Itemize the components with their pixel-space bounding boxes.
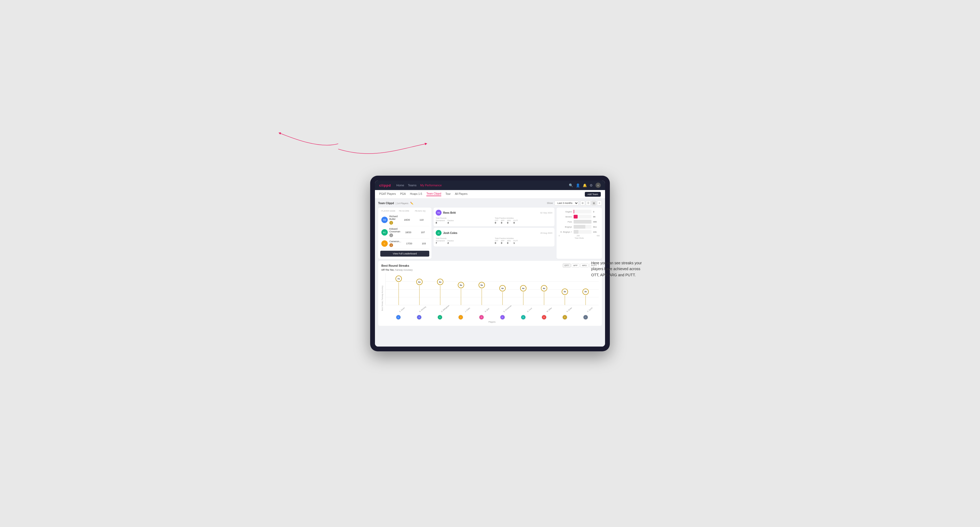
search-icon[interactable]: 🔍 <box>569 183 573 187</box>
bar-row-pars: Pars 499 <box>559 220 600 224</box>
app-stat: APP 0 <box>501 220 504 224</box>
streak-app-button[interactable]: APP <box>571 264 579 268</box>
bar-row-bogeys: Bogeys 311 <box>559 225 600 229</box>
streak-bubble: 6x <box>416 279 423 285</box>
streak-bubble: 5x <box>458 282 464 288</box>
tournament-stat: Tournament 7 <box>436 240 445 244</box>
pb-avg: 103 <box>417 242 431 245</box>
streak-bar-group: 6x <box>416 279 423 305</box>
streak-avatar: D <box>438 315 442 320</box>
player-name-row: RB Rees Britt <box>436 210 456 216</box>
nav-teams[interactable]: Teams <box>408 184 417 187</box>
settings-icon[interactable]: ⚙ <box>590 183 593 187</box>
streak-line <box>398 283 399 305</box>
total-rounds: Total Rounds Tournament 7 Practice 2 <box>436 237 493 244</box>
bar-row-birdies: Birdies 96 <box>559 215 600 219</box>
bar-row-eagles: Eagles 3 <box>559 210 600 213</box>
player-cards: RB Rees Britt 02 Sep 2023 Total Rounds T… <box>434 208 554 259</box>
bell-icon[interactable]: 🔔 <box>583 183 587 187</box>
streak-bar-group: 4x <box>520 285 527 305</box>
view-leaderboard-button[interactable]: View Full Leaderboard <box>380 251 429 257</box>
player-card: RB Rees Britt 02 Sep 2023 Total Rounds T… <box>434 208 554 226</box>
nav-items: Home Teams My Performance <box>396 184 563 187</box>
tablet-frame: clippd Home Teams My Performance 🔍 👤 🔔 ⚙… <box>370 176 610 351</box>
card-view-icon[interactable]: ▦ <box>592 201 596 205</box>
player-name: Richard Butler <box>389 215 399 221</box>
player-card: JC Josh Coles 26 Aug 2023 Total Rounds T… <box>434 228 554 246</box>
annotation-arrow-1 <box>280 133 338 145</box>
card-date: 26 Aug 2023 <box>540 232 552 234</box>
streak-avatar: C <box>583 315 588 320</box>
period-select[interactable]: Last 3 months <box>554 201 579 205</box>
bar-track <box>574 215 592 219</box>
streak-bubble: 4x <box>520 285 527 291</box>
streak-avatars-row: EBDJREDMRC <box>385 315 599 320</box>
total-rounds: Total Rounds Tournament 8 Practice 4 <box>436 217 493 224</box>
streaks-title: Best Round Streaks <box>381 264 409 267</box>
player-name: Edward Crossman <box>389 227 400 233</box>
nav-my-performance[interactable]: My Performance <box>420 184 442 187</box>
bar-label: Eagles <box>559 211 572 213</box>
nav-home[interactable]: Home <box>396 184 404 187</box>
sub-nav-pga[interactable]: PGA <box>400 192 406 196</box>
bar-value: 96 <box>593 216 600 218</box>
card-header: RB Rees Britt 02 Sep 2023 <box>436 210 552 216</box>
streaks-subtitle: Off The Tee, Fairway Accuracy <box>381 268 599 271</box>
rank-badge: 1 <box>389 221 393 225</box>
streak-bar-group: 7x <box>396 275 402 305</box>
pb-avg: 110 <box>415 219 428 221</box>
add-team-button[interactable]: Add Team <box>585 192 601 197</box>
sub-nav-pgat[interactable]: PGAT Players <box>379 192 396 196</box>
annotation-arrow-2 <box>338 144 426 154</box>
bar-value: 3 <box>593 211 600 213</box>
streak-line <box>440 286 441 305</box>
streak-avatar: B <box>417 315 422 320</box>
avatar: RB <box>436 210 442 216</box>
pb-score: 19/20 <box>399 219 415 221</box>
ott-stat: OTT 0 <box>495 240 498 244</box>
nav-icons: 🔍 👤 🔔 ⚙ U <box>569 183 601 188</box>
team-controls: Show Last 3 months ⊞ ☰ ▦ ≡ <box>547 201 602 205</box>
streak-ott-button[interactable]: OTT <box>563 264 571 268</box>
pb-score: 17/20 <box>401 242 417 245</box>
col-pb-avg: PB AVG SQ <box>415 210 428 212</box>
user-avatar[interactable]: U <box>595 183 601 188</box>
putt-stat: PUTT 1 <box>514 240 518 244</box>
card-header: JC Josh Coles 26 Aug 2023 <box>436 230 552 236</box>
main-content: Team Clippd | 14 Players ✏️ Show Last 3 … <box>375 198 605 346</box>
totals-chart: Eagles 3 Birdies 96 <box>557 208 602 259</box>
streak-line <box>544 292 544 305</box>
pb-score: 18/20 <box>400 231 416 234</box>
col-pb-score: PB SCORE <box>399 210 415 212</box>
bar-label: Birdies <box>559 216 572 218</box>
sub-nav-tour[interactable]: Tour <box>445 192 450 196</box>
table-row: C Cameron... 3 17/20 103 <box>380 239 429 249</box>
bar-label: Bogeys <box>559 226 572 228</box>
streak-avatar: R <box>562 315 567 320</box>
rank-badge: 3 <box>389 243 393 247</box>
bar-fill <box>574 230 578 234</box>
col-player-name: PLAYER NAME <box>381 210 399 212</box>
bar-value: 499 <box>593 221 600 223</box>
streak-line <box>482 289 482 305</box>
sub-nav-all-players[interactable]: All Players <box>455 192 467 196</box>
show-label: Show <box>547 202 553 205</box>
player-name-row: JC Josh Coles <box>436 230 457 236</box>
streak-bubble: 4x <box>541 285 547 291</box>
sub-nav-team-clippd[interactable]: Team Clippd <box>426 192 441 196</box>
arg-stat: ARG 0 <box>507 240 511 244</box>
annotation-text: Here you can see streaks your players ha… <box>591 260 644 278</box>
avatar: EC <box>381 229 388 236</box>
y-axis-label: Best Streak, Fairway Accuracy <box>381 273 383 323</box>
grid-view-icon[interactable]: ⊞ <box>580 201 585 205</box>
bar-fill <box>574 215 578 219</box>
table-view-icon[interactable]: ≡ <box>597 201 602 205</box>
streak-arg-button[interactable]: ARG <box>580 264 589 268</box>
streak-chart-area: 7x6x6x5x5x4x4x4x3x3x E. EwertB. McHargD.… <box>385 273 599 323</box>
practice-activities: Total Practice Activities OTT 0 APP 0 <box>495 237 552 244</box>
list-view-icon[interactable]: ☰ <box>586 201 591 205</box>
card-date: 02 Sep 2023 <box>540 211 552 214</box>
person-icon[interactable]: 👤 <box>576 183 580 187</box>
sub-nav-hcaps[interactable]: Hcaps 1-5 <box>410 192 422 196</box>
pb-avg: 107 <box>416 231 430 234</box>
